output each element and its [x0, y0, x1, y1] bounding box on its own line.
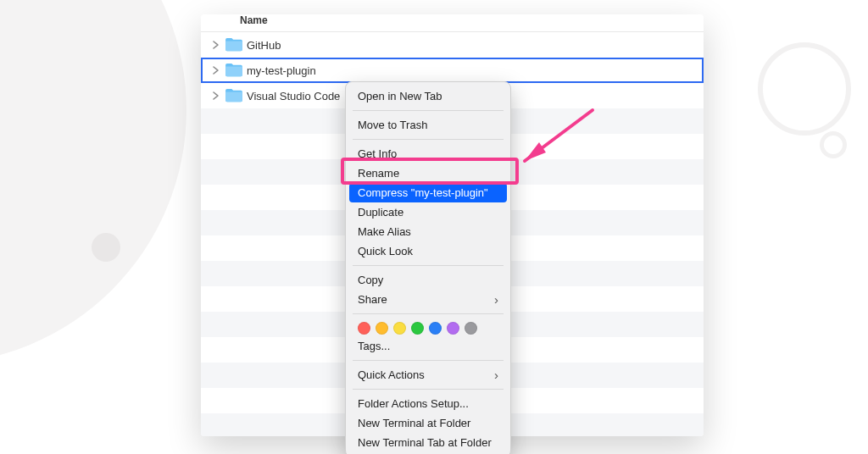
- ctx-copy[interactable]: Copy: [346, 270, 510, 290]
- ctx-new-terminal[interactable]: New Terminal at Folder: [346, 413, 510, 433]
- chevron-right-icon[interactable]: [209, 41, 223, 49]
- folder-icon: [223, 88, 245, 103]
- ctx-item-label: Get Info: [358, 147, 397, 160]
- ctx-quick-actions[interactable]: Quick Actions ›: [346, 365, 510, 385]
- ctx-separator: [353, 360, 504, 361]
- ctx-separator: [353, 265, 504, 266]
- bg-ring-inner: [820, 131, 847, 158]
- ctx-item-label: Share: [358, 293, 387, 306]
- ctx-item-label: Copy: [358, 274, 383, 286]
- ctx-separator: [353, 389, 504, 390]
- ctx-item-label: Rename: [358, 167, 399, 180]
- chevron-right-icon[interactable]: [209, 91, 223, 100]
- ctx-share[interactable]: Share ›: [346, 290, 510, 309]
- ctx-separator: [353, 313, 504, 314]
- tag-color-dot[interactable]: [429, 322, 442, 335]
- ctx-duplicate[interactable]: Duplicate: [346, 202, 510, 222]
- ctx-new-terminal-tab[interactable]: New Terminal Tab at Folder: [346, 433, 510, 452]
- tag-color-dot[interactable]: [358, 322, 370, 335]
- bg-circle-small: [92, 233, 120, 262]
- tag-color-dot[interactable]: [376, 322, 388, 335]
- folder-icon: [223, 63, 245, 78]
- list-item-label: my-test-plugin: [245, 64, 316, 77]
- bg-ring-outer: [758, 42, 851, 136]
- ctx-make-alias[interactable]: Make Alias: [346, 222, 510, 241]
- tag-color-dot[interactable]: [393, 322, 406, 335]
- ctx-separator: [353, 110, 504, 111]
- ctx-item-label: Compress "my-test-plugin": [358, 186, 488, 199]
- ctx-item-label: Tags...: [358, 340, 390, 352]
- ctx-item-label: Move to Trash: [358, 119, 427, 131]
- chevron-right-icon: ›: [494, 368, 498, 381]
- list-item[interactable]: GitHub: [201, 32, 704, 58]
- ctx-item-label: New Terminal at Folder: [358, 417, 470, 429]
- chevron-right-icon[interactable]: [209, 66, 223, 75]
- folder-icon: [223, 37, 245, 53]
- ctx-tag-colors: [346, 318, 510, 336]
- list-item-label: GitHub: [245, 39, 281, 52]
- ctx-quick-look[interactable]: Quick Look: [346, 241, 510, 261]
- ctx-compress[interactable]: Compress "my-test-plugin": [349, 183, 507, 202]
- ctx-item-label: Quick Look: [358, 245, 413, 257]
- list-item-selected[interactable]: my-test-plugin: [201, 58, 704, 83]
- ctx-move-to-trash[interactable]: Move to Trash: [346, 115, 510, 135]
- ctx-item-label: Make Alias: [358, 225, 411, 238]
- ctx-open-new-tab[interactable]: Open in New Tab: [346, 86, 510, 106]
- tag-color-dot[interactable]: [411, 322, 424, 335]
- ctx-separator: [353, 139, 504, 140]
- ctx-item-label: Open in New Tab: [358, 90, 442, 102]
- tag-color-dot[interactable]: [465, 322, 477, 335]
- bg-circle-large: [0, 0, 186, 364]
- tag-color-dot[interactable]: [447, 322, 459, 335]
- ctx-item-label: Duplicate: [358, 206, 403, 219]
- ctx-item-label: Quick Actions: [358, 368, 425, 381]
- ctx-item-label: New Terminal Tab at Folder: [358, 436, 492, 449]
- column-header-name[interactable]: Name: [201, 14, 704, 31]
- ctx-item-label: Folder Actions Setup...: [358, 397, 469, 410]
- list-item-label: Visual Studio Code: [245, 90, 340, 102]
- chevron-right-icon: ›: [494, 293, 498, 306]
- context-menu: Open in New Tab Move to Trash Get Info R…: [345, 81, 511, 454]
- ctx-folder-actions-setup[interactable]: Folder Actions Setup...: [346, 394, 510, 413]
- ctx-get-info[interactable]: Get Info: [346, 144, 510, 163]
- ctx-rename[interactable]: Rename: [346, 163, 510, 183]
- ctx-tags[interactable]: Tags...: [346, 336, 510, 356]
